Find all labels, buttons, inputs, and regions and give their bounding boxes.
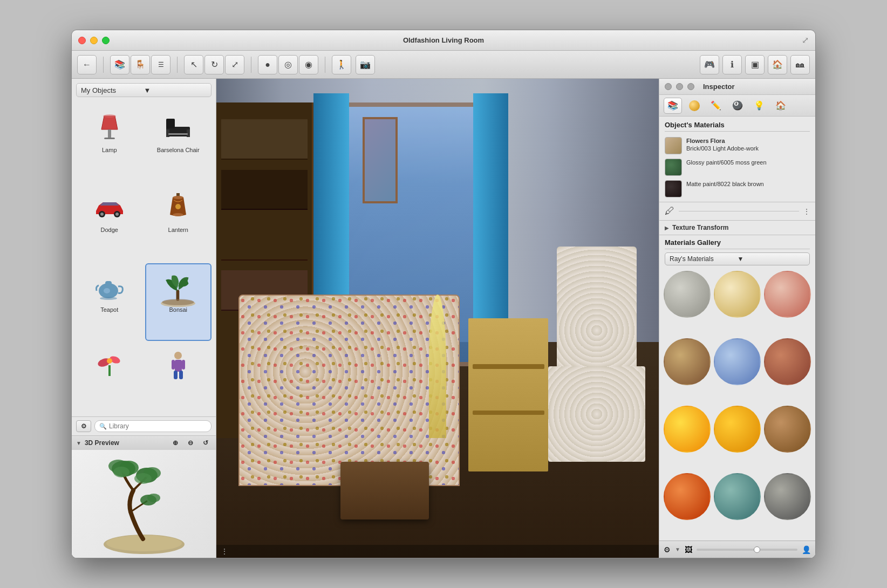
preview-header[interactable]: ▼ 3D Preview ⊕ ⊖ ↺ (72, 436, 216, 450)
material-ball-6[interactable] (664, 406, 711, 453)
camera-button[interactable]: 📷 (356, 55, 375, 74)
inspector-title: Inspector (703, 83, 735, 91)
material-ball-3[interactable] (664, 338, 711, 385)
material-ball-10[interactable] (714, 473, 761, 520)
gamepad-button[interactable]: 🎮 (700, 55, 719, 74)
bottom-gear-icon[interactable]: ⚙ (664, 545, 671, 554)
svg-point-44 (147, 494, 160, 502)
object-item-flower[interactable] (76, 343, 143, 414)
zoom-in-button[interactable]: ⊕ (169, 437, 181, 449)
object-item-person[interactable] (145, 343, 212, 414)
texture-expand-icon: ▶ (665, 225, 669, 231)
svg-point-10 (100, 213, 104, 216)
info-button[interactable]: ℹ (722, 55, 742, 74)
search-box[interactable]: 🔍 (94, 420, 211, 432)
houses-button[interactable]: 🏘 (790, 55, 810, 74)
svg-rect-32 (174, 371, 178, 379)
tab-materials[interactable] (685, 98, 704, 114)
search-input[interactable] (109, 422, 207, 430)
gear-button[interactable]: ⚙ (76, 420, 91, 432)
tab-lights[interactable]: 💡 (750, 98, 768, 114)
tab-render[interactable]: 🎱 (728, 98, 747, 114)
object-label-bonsai: Bonsai (169, 306, 187, 313)
sofa-pattern (240, 296, 459, 485)
bottom-image-icon[interactable]: 🖼 (685, 545, 692, 554)
tab-home[interactable]: 🏠 (772, 98, 790, 114)
rotate-tool-button[interactable]: ↻ (204, 55, 224, 74)
objects-dropdown-label: My Objects (81, 86, 144, 94)
traffic-lights (78, 37, 110, 44)
svg-rect-33 (179, 371, 183, 379)
tab-edit[interactable]: ✏️ (707, 98, 725, 114)
preview-collapse-icon: ▼ (76, 440, 81, 446)
library-button[interactable]: 📚 (110, 55, 129, 74)
right-toolbar: 🎮 ℹ ▣ 🏠 🏘 (700, 55, 810, 74)
select-tool-button[interactable]: ↖ (184, 55, 203, 74)
refresh-icon: ↺ (203, 439, 208, 447)
material-ball-0[interactable] (664, 271, 711, 318)
object-item-teapot[interactable]: Teapot (76, 263, 143, 341)
minimize-button[interactable] (90, 37, 98, 44)
object-thumb-chair (156, 108, 200, 146)
inspector-title-bar: Inspector (659, 79, 815, 95)
texture-transform-label: Texture Transform (672, 224, 728, 231)
material-ball-4[interactable] (714, 338, 761, 385)
resize-icon[interactable]: ⤢ (802, 35, 809, 45)
preview-label: 3D Preview (85, 439, 119, 447)
target-icon: ◉ (305, 59, 312, 70)
object-item-bonsai[interactable]: Bonsai (145, 263, 212, 341)
dot-button[interactable]: ◎ (278, 55, 298, 74)
back-button[interactable]: ← (77, 55, 97, 74)
bottom-person-icon[interactable]: 👤 (802, 545, 811, 554)
objects-dropdown[interactable]: My Objects ▼ (76, 83, 211, 97)
objects-button[interactable]: 🪑 (131, 55, 150, 74)
transform-tool-button[interactable]: ⤢ (225, 55, 244, 74)
texture-transform-header[interactable]: ▶ Texture Transform (665, 224, 810, 231)
house-button[interactable]: 🏠 (768, 55, 787, 74)
object-label-lamp: Lamp (102, 147, 117, 153)
material-ball-8[interactable] (764, 406, 811, 453)
inspector-expand-btn[interactable] (687, 83, 694, 90)
list-button[interactable]: ☰ (151, 55, 170, 74)
material-item-0[interactable]: Flowers Flora Brick/003 Light Adobe-work (665, 135, 810, 156)
bottom-slider[interactable] (697, 549, 797, 551)
tab-render-icon: 🎱 (732, 100, 743, 111)
bonsai-3d-preview (95, 453, 193, 555)
circle-icon: ● (265, 60, 270, 70)
inspector-minimize-btn[interactable] (676, 83, 683, 90)
target-button[interactable]: ◉ (299, 55, 318, 74)
grid-button[interactable]: ▣ (745, 55, 765, 74)
refresh-button[interactable]: ↺ (200, 437, 211, 449)
material-ball-9[interactable] (664, 473, 711, 520)
gallery-dropdown[interactable]: Ray's Materials ▼ (665, 252, 810, 265)
eyedropper-icon[interactable]: 🖊 (665, 206, 674, 217)
chair-thumbnail (162, 111, 194, 143)
material-item-2[interactable]: Matte paint/8022 black brown (665, 178, 810, 200)
object-item-chair[interactable]: Barselona Chair (145, 104, 212, 181)
zoom-out-button[interactable]: ⊖ (185, 437, 196, 449)
object-item-car[interactable]: Dodge (76, 183, 143, 261)
circle-button[interactable]: ● (258, 55, 277, 74)
svg-rect-5 (166, 119, 175, 128)
inspector-close-btn[interactable] (665, 83, 672, 90)
preview-controls: ⊕ ⊖ ↺ (169, 437, 211, 449)
svg-point-20 (104, 288, 110, 293)
material-ball-5[interactable] (764, 338, 811, 385)
material-swatch-0 (665, 137, 682, 154)
more-options-icon[interactable]: ⋮ (803, 208, 810, 215)
viewport-bottom-bar: ⋮ (216, 545, 659, 558)
close-button[interactable] (78, 37, 86, 44)
person-thumbnail (166, 350, 190, 382)
material-ball-11[interactable] (764, 473, 811, 520)
walk-button[interactable]: 🚶 (332, 55, 351, 74)
materials-section: Object's Materials Flowers Flora Brick/0… (659, 117, 815, 202)
materials-section-title: Object's Materials (665, 121, 810, 132)
material-ball-2[interactable] (764, 271, 811, 318)
tab-library[interactable]: 📚 (664, 98, 682, 114)
material-item-1[interactable]: Glossy paint/6005 moss green (665, 156, 810, 178)
material-ball-1[interactable] (714, 271, 761, 318)
object-item-lamp[interactable]: Lamp (76, 104, 143, 181)
armchair-right-seat (548, 366, 645, 462)
material-ball-7[interactable] (714, 406, 761, 453)
maximize-button[interactable] (102, 37, 110, 44)
